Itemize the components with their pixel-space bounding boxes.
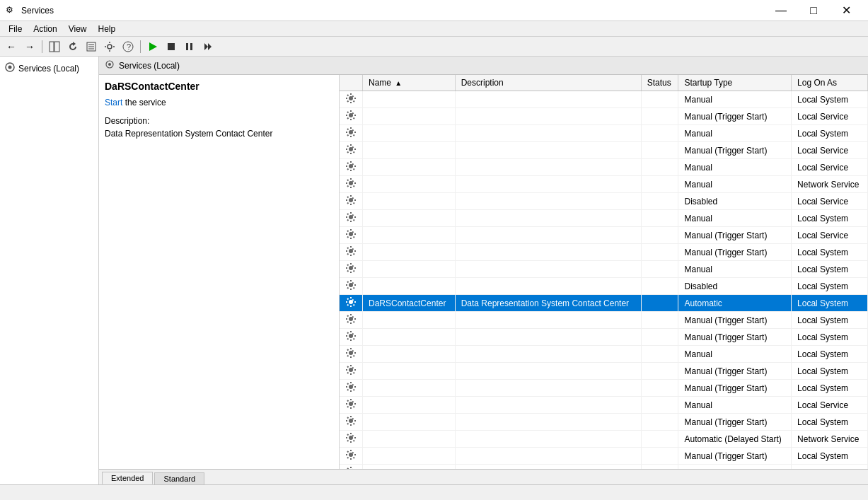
detail-service-name: DaRSContactCenter xyxy=(105,81,333,92)
table-row[interactable]: Manual (Trigger Start)Local System xyxy=(340,329,868,346)
row-name xyxy=(363,227,456,244)
row-description xyxy=(455,108,641,125)
row-name: DaRSContactCenter xyxy=(363,295,456,312)
row-icon xyxy=(340,431,363,448)
row-description xyxy=(455,448,641,465)
row-name xyxy=(363,346,456,363)
svg-point-28 xyxy=(349,249,353,253)
table-row[interactable]: ManualLocal System xyxy=(340,346,868,363)
row-icon xyxy=(340,244,363,261)
menu-view[interactable]: View xyxy=(63,23,93,35)
row-description xyxy=(455,363,641,380)
detail-rest-text: the service xyxy=(122,98,166,107)
table-row[interactable]: Manual (Trigger Start)Local System xyxy=(340,312,868,329)
row-log-on-as: Local System xyxy=(792,210,868,227)
table-row[interactable]: ManualLocal System xyxy=(340,125,868,142)
svg-point-37 xyxy=(349,402,353,406)
col-name[interactable]: Name ▲ xyxy=(363,75,456,91)
col-icon[interactable] xyxy=(340,75,363,91)
properties-button[interactable] xyxy=(101,39,118,54)
services-table-wrapper[interactable]: Name ▲ Description Status Startup Type L… xyxy=(340,75,868,469)
resume-service-button[interactable] xyxy=(199,39,216,54)
pause-service-button[interactable] xyxy=(181,39,198,54)
stop-service-button[interactable] xyxy=(163,39,180,54)
table-row[interactable]: Manual (Trigger Start)Local System xyxy=(340,380,868,397)
row-status xyxy=(641,227,678,244)
table-row[interactable]: Manual (Trigger Start)Local Service xyxy=(340,227,868,244)
close-button[interactable]: ✕ xyxy=(830,0,862,21)
row-name xyxy=(363,159,456,176)
row-log-on-as: Local System xyxy=(792,448,868,465)
show-console-button[interactable] xyxy=(46,39,63,54)
table-row[interactable]: ManualLocal System xyxy=(340,261,868,278)
row-name xyxy=(363,397,456,414)
table-row[interactable]: Manual (Trigger Start)Local Service xyxy=(340,108,868,125)
row-description xyxy=(455,397,641,414)
export-button[interactable] xyxy=(83,39,100,54)
row-status xyxy=(641,176,678,193)
table-row[interactable]: DisabledLocal Service xyxy=(340,193,868,210)
row-log-on-as: Local System xyxy=(792,91,868,108)
row-status xyxy=(641,329,678,346)
row-icon xyxy=(340,312,363,329)
row-description xyxy=(455,346,641,363)
table-row[interactable]: ManualLocal Service xyxy=(340,159,868,176)
start-service-button[interactable] xyxy=(144,39,161,54)
table-row[interactable]: ManualLocal System xyxy=(340,210,868,227)
minimize-button[interactable]: — xyxy=(765,0,797,21)
table-row[interactable]: Manual (Trigger Start)Local System xyxy=(340,448,868,465)
row-description: Data Representation System Contact Cente… xyxy=(455,295,641,312)
toolbar-separator-2 xyxy=(140,40,141,53)
row-log-on-as: Local System xyxy=(792,414,868,431)
row-status xyxy=(641,91,678,108)
table-header-row: Name ▲ Description Status Startup Type L… xyxy=(340,75,868,91)
svg-point-31 xyxy=(349,300,353,304)
row-name xyxy=(363,176,456,193)
table-row[interactable]: DaRSContactCenterData Representation Sys… xyxy=(340,295,868,312)
svg-rect-11 xyxy=(186,43,188,50)
table-row[interactable]: ManualLocal System xyxy=(340,91,868,108)
table-row[interactable]: Manual (Trigger Start)Local System xyxy=(340,414,868,431)
row-icon xyxy=(340,414,363,431)
svg-point-19 xyxy=(349,96,353,100)
app-icon: ⚙ xyxy=(6,5,17,16)
menu-file[interactable]: File xyxy=(3,23,28,35)
menu-action[interactable]: Action xyxy=(28,23,62,35)
row-status xyxy=(641,108,678,125)
row-name xyxy=(363,193,456,210)
row-startup-type: Manual (Trigger Start) xyxy=(678,380,792,397)
row-startup-type: Manual (Trigger Start) xyxy=(678,244,792,261)
row-log-on-as: Local System xyxy=(792,312,868,329)
row-icon xyxy=(340,210,363,227)
table-row[interactable]: ManualLocal Service xyxy=(340,397,868,414)
table-row[interactable]: Manual (Trigger Start)Local Service xyxy=(340,142,868,159)
col-status[interactable]: Status xyxy=(641,75,678,91)
back-button[interactable]: ← xyxy=(3,39,20,54)
tab-standard[interactable]: Standard xyxy=(154,472,204,484)
table-row[interactable]: DisabledLocal System xyxy=(340,278,868,295)
help-toolbar-button[interactable]: ? xyxy=(120,39,137,54)
table-row[interactable]: Automatic (Delayed Start)Network Service xyxy=(340,431,868,448)
nav-services-local[interactable]: Services (Local) xyxy=(0,59,98,77)
maximize-button[interactable]: □ xyxy=(797,0,830,21)
col-log-on-as[interactable]: Log On As xyxy=(792,75,868,91)
table-row[interactable]: ManualNetwork Service xyxy=(340,176,868,193)
row-status xyxy=(641,363,678,380)
menu-help[interactable]: Help xyxy=(93,23,122,35)
services-tbody: ManualLocal System Manual (Trigger Start… xyxy=(340,91,868,470)
table-row[interactable]: Manual (Trigger Start)Local System xyxy=(340,244,868,261)
row-icon xyxy=(340,380,363,397)
row-status xyxy=(641,397,678,414)
row-status xyxy=(641,346,678,363)
main-area: Services (Local) Services (Local) DaRSCo… xyxy=(0,57,868,484)
row-log-on-as: Local System xyxy=(792,346,868,363)
detail-start-link[interactable]: Start xyxy=(105,98,122,107)
col-description[interactable]: Description xyxy=(455,75,641,91)
refresh-button[interactable] xyxy=(64,39,81,54)
tab-extended[interactable]: Extended xyxy=(102,472,153,484)
forward-button[interactable]: → xyxy=(21,39,38,54)
table-row[interactable]: Manual (Trigger Start)Local System xyxy=(340,363,868,380)
col-startup-type[interactable]: Startup Type xyxy=(678,75,792,91)
toolbar: ← → ? xyxy=(0,37,868,57)
row-name xyxy=(363,329,456,346)
